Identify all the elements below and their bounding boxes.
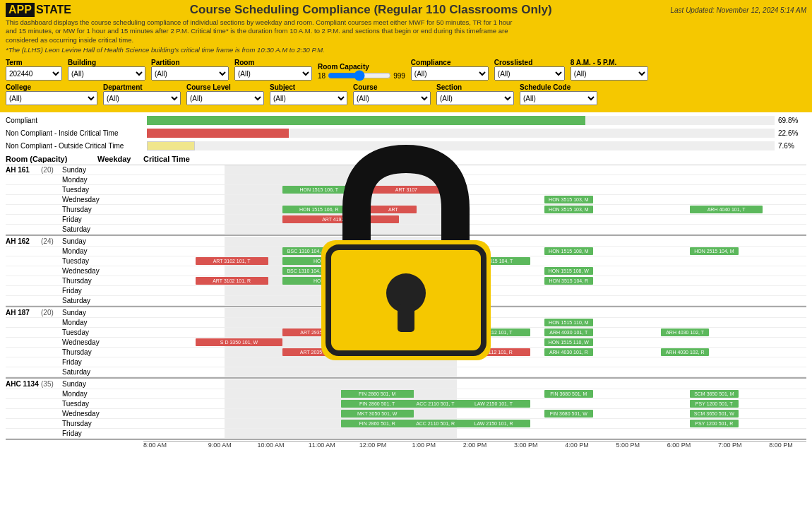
day-grid xyxy=(108,175,806,184)
day-grid: MKT 3050 501, WFIN 3680 501, WSCM 3650 5… xyxy=(108,409,806,418)
course-pill: ARH 4030 101, R xyxy=(544,348,592,356)
filter-time-select[interactable]: (All) xyxy=(571,66,648,81)
comp-label-compliant: Compliant xyxy=(6,117,147,124)
day-label: Monday xyxy=(62,247,108,255)
course-pill: ART 4312 101, T xyxy=(458,328,530,336)
course-pill: BSC 1310 104, W xyxy=(282,267,330,275)
filter-course-level-select[interactable]: (All) xyxy=(186,91,264,105)
crit-shade xyxy=(225,286,458,295)
course-pill: HON xyxy=(282,277,355,285)
schedule-row: TuesdayART 2935 101, THON 1515ART 4312 1… xyxy=(6,328,806,338)
filter-section-select[interactable]: (All) xyxy=(436,91,514,105)
filter-room-select[interactable]: (All) xyxy=(234,66,312,81)
course-pill: HON 3515 104, R xyxy=(544,277,592,285)
course-pill: FIN 3680 501, W xyxy=(544,410,592,418)
schedule-row: AH 187(20)Sunday xyxy=(6,308,806,318)
room-label: AHC 1134 xyxy=(6,380,41,388)
critical-note: *The (LLHS) Leon Levine Hall of Health S… xyxy=(6,46,806,54)
schedule-row: WednesdayBSC 1310 104, WHON 1515 108, W xyxy=(6,266,806,276)
time-label: 1:00 PM xyxy=(398,442,449,449)
header: APP STATE Course Scheduling Compliance (… xyxy=(0,0,812,57)
filter-term-label: Term xyxy=(6,59,62,66)
logo-state: STATE xyxy=(36,4,71,16)
day-grid: S D 3350 101, WART 4312 101, WHON 1515 1… xyxy=(108,338,806,347)
crit-shade xyxy=(225,175,458,184)
room-capacity: (20) xyxy=(41,166,62,174)
day-label: Thursday xyxy=(62,206,108,213)
crit-shade xyxy=(225,318,458,327)
filter-course-select[interactable]: (All) xyxy=(353,91,431,105)
filter-partition-select[interactable]: (All) xyxy=(151,66,229,81)
filter-compliance-select[interactable]: (All) xyxy=(411,66,489,81)
filter-crosslisted: Crosslisted (All) xyxy=(494,59,565,81)
course-pill: FIN 2860 501, M xyxy=(341,390,414,398)
time-label: 2:00 PM xyxy=(449,442,500,449)
room-label: AH 187 xyxy=(6,309,41,316)
comp-row-compliant: Compliant 69.8% xyxy=(6,114,806,126)
comp-bar-wrap-nonout xyxy=(147,141,775,150)
day-label: Wednesday xyxy=(62,267,108,275)
filter-crosslisted-select[interactable]: (All) xyxy=(494,66,565,81)
day-grid: HON 1515 106, RARTHON 3515 103, MARH 404… xyxy=(108,205,806,214)
schedule-header: Room (Capacity) Weekday Critical Time xyxy=(6,153,806,165)
day-grid: HON 1515 106, TART 3102 101, TART 3107 xyxy=(108,185,806,194)
day-grid xyxy=(108,286,806,295)
crit-shade xyxy=(225,296,458,305)
course-pill: HON 1515 xyxy=(370,328,443,336)
day-label: Tuesday xyxy=(62,186,108,194)
schedule-row: WednesdayS D 3350 101, WART 4312 101, WH… xyxy=(6,338,806,348)
day-label: Wednesday xyxy=(62,338,108,346)
schedule-row: Saturday xyxy=(6,367,806,377)
course-pill: SCM 3650 501, W xyxy=(690,410,738,418)
day-label: Friday xyxy=(62,358,108,366)
day-label: Friday xyxy=(62,215,108,223)
filter-partition-label: Partition xyxy=(151,59,229,66)
filter-section-label: Section xyxy=(436,83,514,91)
day-label: Thursday xyxy=(62,277,108,285)
filter-compliance: Compliance (All) xyxy=(411,59,489,81)
time-label: 8:00 PM xyxy=(756,442,806,449)
filter-building-select[interactable]: (All) xyxy=(68,66,145,81)
filter-schedule-code-select[interactable]: (All) xyxy=(520,91,597,105)
day-label: Sunday xyxy=(62,309,108,316)
day-grid: ART 4192 101, F xyxy=(108,215,806,224)
room-capacity-slider[interactable] xyxy=(328,71,391,81)
course-pill: HON 1515 108, W xyxy=(544,267,592,275)
day-label: Monday xyxy=(62,176,108,184)
filter-dept-select[interactable]: (All) xyxy=(103,91,181,105)
course-pill: ARH 4030 102, R xyxy=(661,348,709,356)
day-grid xyxy=(108,308,806,317)
course-pill: S D 3350 101, W xyxy=(196,338,283,346)
crit-shade xyxy=(225,266,458,276)
day-grid: BSC 1310 104, WHON 1515 108, W xyxy=(108,266,806,276)
day-label: Tuesday xyxy=(62,328,108,336)
course-pill: HON 1515 106, R xyxy=(282,206,355,213)
comp-row-nonout: Non Compliant - Outside Critical Time 7.… xyxy=(6,140,806,151)
filter-college-label: College xyxy=(6,83,97,91)
filter-subject-select[interactable]: (All) xyxy=(270,91,347,105)
day-label: Sunday xyxy=(62,237,108,245)
filter-time-range: 8 A.M. - 5 P.M. (All) xyxy=(571,59,648,81)
course-pill: ARH 4030 101, T xyxy=(544,328,592,336)
course-pill: ARH 4030 102, T xyxy=(661,328,709,336)
crit-shade xyxy=(225,367,458,377)
day-grid xyxy=(108,367,806,377)
day-grid xyxy=(108,225,806,234)
time-label: 10:00 AM xyxy=(245,442,296,449)
time-label: 3:00 PM xyxy=(501,442,551,449)
course-pill: ART 2035 101, R xyxy=(282,348,355,356)
course-pill: HON 3515 104, T xyxy=(458,257,530,265)
schedule-row: TuesdayHON 1515 106, TART 3102 101, TART… xyxy=(6,185,806,195)
crit-shade xyxy=(225,237,458,246)
schedule-row: ThursdayFIN 2860 501, RACC 2110 501, RLA… xyxy=(6,419,806,429)
course-pill: HON 1515 106, T xyxy=(282,186,355,194)
filter-time-label: 8 A.M. - 5 P.M. xyxy=(571,59,648,66)
schedule-row: ThursdayART 3102 101, RHONHON 3515 104, … xyxy=(6,276,806,286)
crit-shade xyxy=(225,429,458,438)
filters-row1: Term 202440 Building (All) Partition (Al… xyxy=(0,57,812,82)
filter-schedule-code: Schedule Code (All) xyxy=(520,83,597,105)
room-capacity: (24) xyxy=(41,237,62,245)
filter-college-select[interactable]: (All) xyxy=(6,91,97,105)
filter-term-select[interactable]: 202440 xyxy=(6,66,62,81)
crit-shade xyxy=(225,165,458,174)
